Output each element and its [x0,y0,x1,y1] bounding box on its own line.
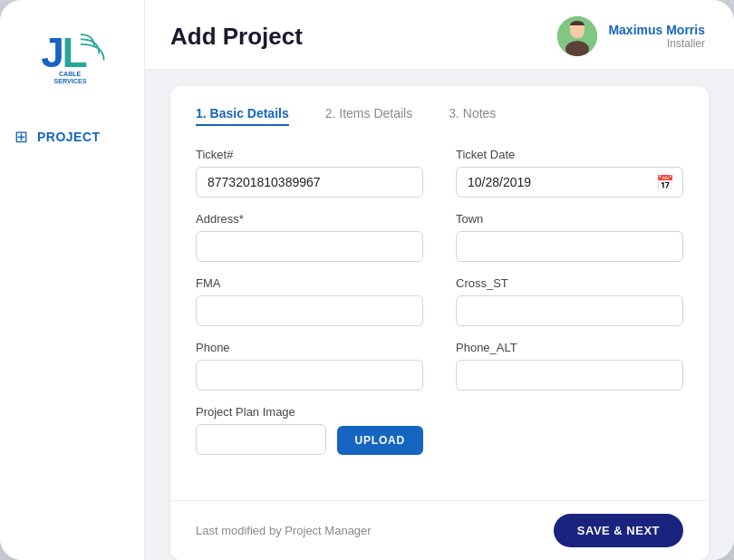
phone-input[interactable] [196,360,423,391]
ticket-input[interactable] [196,167,423,198]
svg-text:SERVICES: SERVICES [53,78,86,85]
tab-items-details[interactable]: 2. Items Details [325,106,412,126]
ticket-date-label: Ticket Date [456,148,683,161]
user-role: Installer [608,37,705,50]
project-icon: ⊞ [14,127,28,147]
company-logo: J L CABLE SERVICES [36,22,109,85]
svg-text:CABLE: CABLE [58,71,81,78]
phone-group: Phone [196,341,423,391]
card-footer: Last modified by Project Manager SAVE & … [196,489,683,538]
town-input[interactable] [456,231,683,262]
address-label: Address* [196,212,423,226]
sidebar-item-project[interactable]: ⊞ PROJECT [0,118,144,156]
page-title: Add Project [170,23,303,51]
device-frame: J L CABLE SERVICES ⊞ PROJECT Add Proje [0,0,734,560]
address-group: Address* [196,212,423,262]
top-header: Add Project Maximus Morris Instal [145,0,734,70]
project-plan-label: Project Plan Image [196,405,423,419]
footer-row: Last modified by Project Manager SAVE & … [170,500,709,560]
project-plan-input[interactable] [196,424,326,455]
logo-area: J L CABLE SERVICES [36,22,109,85]
town-label: Town [456,212,683,226]
upload-group: UPLOAD [196,424,423,455]
main-card: 1. Basic Details 2. Items Details 3. Not… [170,86,709,560]
form-grid: Ticket# Ticket Date 📅 Address* [196,148,683,469]
cross-st-label: Cross_ST [456,276,683,290]
town-group: Town [456,212,683,262]
upload-button[interactable]: UPLOAD [337,426,423,455]
avatar-image [557,16,597,56]
phone-label: Phone [196,341,423,354]
svg-rect-9 [570,25,584,31]
user-info: Maximus Morris Installer [557,16,705,56]
phone-alt-input[interactable] [456,360,683,391]
tab-notes[interactable]: 3. Notes [449,106,496,126]
address-input[interactable] [196,231,423,262]
content-area: 1. Basic Details 2. Items Details 3. Not… [145,70,734,560]
cross-st-group: Cross_ST [456,276,683,326]
tabs: 1. Basic Details 2. Items Details 3. Not… [196,106,683,126]
ticket-group: Ticket# [196,148,423,198]
ticket-date-input[interactable] [456,167,683,198]
tab-basic-details[interactable]: 1. Basic Details [196,106,289,126]
fma-group: FMA [196,276,423,326]
main-area: Add Project Maximus Morris Instal [145,0,734,560]
save-next-button[interactable]: SAVE & NEXT [554,514,683,547]
date-input-wrapper: 📅 [456,167,683,198]
sidebar: J L CABLE SERVICES ⊞ PROJECT [0,0,145,560]
user-text: Maximus Morris Installer [608,23,705,50]
project-plan-group: Project Plan Image UPLOAD [196,405,423,455]
ticket-date-group: Ticket Date 📅 [456,148,683,198]
user-name: Maximus Morris [608,23,705,37]
svg-text:J: J [41,29,64,76]
avatar [557,16,597,56]
ticket-label: Ticket# [196,148,423,161]
fma-input[interactable] [196,295,423,326]
phone-alt-label: Phone_ALT [456,341,683,354]
phone-alt-group: Phone_ALT [456,341,683,391]
sidebar-item-label: PROJECT [37,130,101,144]
fma-label: FMA [196,276,423,290]
cross-st-input[interactable] [456,295,683,326]
svg-text:L: L [62,29,87,76]
footer-note: Last modified by Project Manager [196,524,372,537]
